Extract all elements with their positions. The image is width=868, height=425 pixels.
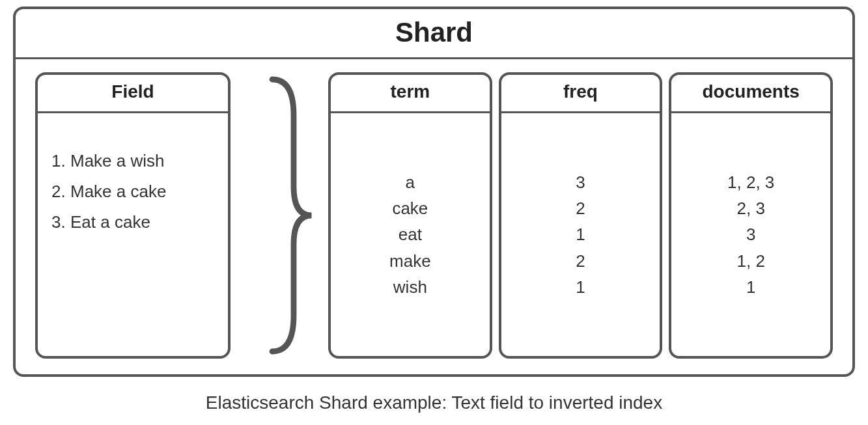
cell: 1, 2 (736, 248, 764, 274)
cell: 1 (746, 274, 755, 300)
shard-body: Field Make a wish Make a cake Eat a cake… (16, 59, 852, 374)
documents-list: Make a wish Make a cake Eat a cake (38, 113, 228, 263)
column-body: 1, 2, 3 2, 3 3 1, 2 1 (671, 113, 830, 356)
column-body: a cake eat make wish (331, 113, 490, 356)
list-item: Eat a cake (70, 207, 212, 238)
cell: 1 (576, 274, 585, 300)
curly-brace-icon (231, 72, 328, 359)
cell: 2 (576, 248, 585, 274)
column-body: 3 2 1 2 1 (501, 113, 660, 356)
column-header: documents (671, 75, 830, 113)
cell: 2, 3 (736, 195, 764, 221)
cell: 1, 2, 3 (727, 169, 774, 195)
cell: a (406, 169, 415, 195)
shard-container: Shard Field Make a wish Make a cake Eat … (13, 7, 855, 377)
cell: eat (399, 221, 422, 247)
cell: 3 (746, 221, 755, 247)
field-box: Field Make a wish Make a cake Eat a cake (35, 72, 231, 359)
caption: Elasticsearch Shard example: Text field … (13, 392, 855, 413)
column-documents: documents 1, 2, 3 2, 3 3 1, 2 1 (669, 72, 833, 359)
field-header: Field (38, 75, 228, 113)
cell: make (389, 248, 431, 274)
column-header: freq (501, 75, 660, 113)
column-header: term (331, 75, 490, 113)
column-term: term a cake eat make wish (328, 72, 492, 359)
inverted-index-table: term a cake eat make wish freq 3 2 1 2 1 (328, 72, 833, 359)
shard-title: Shard (16, 9, 852, 59)
cell: wish (393, 274, 427, 300)
column-freq: freq 3 2 1 2 1 (499, 72, 663, 359)
cell: 3 (576, 169, 585, 195)
cell: 2 (576, 195, 585, 221)
list-item: Make a wish (70, 146, 212, 176)
cell: cake (392, 195, 428, 221)
cell: 1 (576, 221, 585, 247)
list-item: Make a cake (70, 176, 212, 207)
